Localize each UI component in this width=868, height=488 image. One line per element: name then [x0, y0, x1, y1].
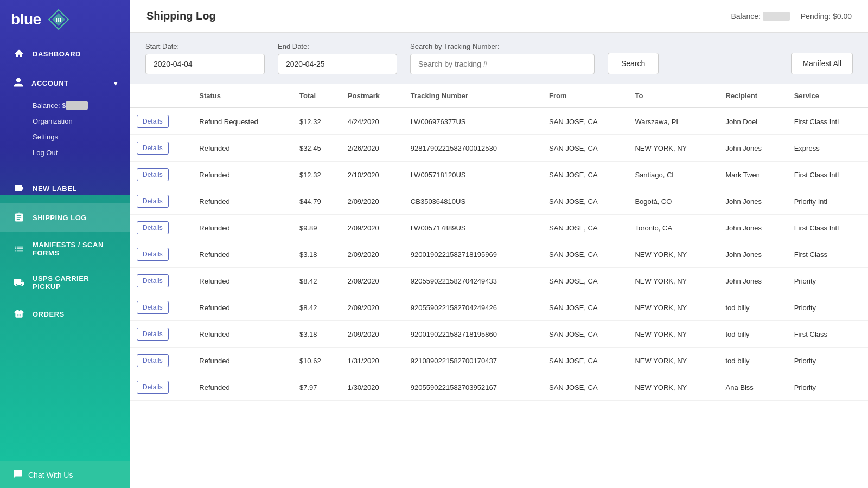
pending-value: $0.00 [833, 12, 852, 21]
sidebar-item-orders[interactable]: ORDERS [0, 299, 130, 329]
row-to: NEW YORK, NY [628, 268, 719, 294]
manifest-all-button[interactable]: Manifest All [791, 53, 853, 74]
search-input[interactable] [410, 54, 595, 74]
main-content: Shipping Log Balance: ██.██ Pending: $0.… [130, 0, 868, 488]
row-recipient: John Jones [719, 268, 788, 294]
row-service: First Class [788, 241, 868, 268]
row-total: $3.18 [293, 321, 341, 348]
row-action: Details [130, 215, 193, 241]
sidebar-item-usps-pickup[interactable]: USPS CARRIER PICKUP [0, 266, 130, 299]
row-postmark: 2/10/2020 [341, 162, 404, 188]
details-button[interactable]: Details [137, 142, 169, 155]
table-row: Details Refunded $3.18 2/09/2020 9200190… [130, 321, 868, 348]
row-recipient: Ana Biss [719, 374, 788, 401]
table-row: Details Refunded $3.18 2/09/2020 9200190… [130, 241, 868, 268]
details-button[interactable]: Details [137, 354, 169, 367]
row-service: Priority [788, 348, 868, 374]
row-tracking: LW006976377US [404, 108, 542, 135]
details-button[interactable]: Details [137, 301, 169, 314]
col-status: Status [193, 84, 293, 108]
header-balance: Balance: ██.██ Pending: $0.00 [731, 12, 852, 21]
gift-icon [13, 308, 25, 320]
table-row: Details Refunded $7.97 1/30/2020 9205590… [130, 374, 868, 401]
page-header: Shipping Log Balance: ██.██ Pending: $0.… [130, 0, 868, 33]
row-to: NEW YORK, NY [628, 135, 719, 162]
row-status: Refunded [193, 241, 293, 268]
end-date-input[interactable] [278, 54, 397, 74]
row-recipient: Mark Twen [719, 162, 788, 188]
row-service: First Class Intl [788, 162, 868, 188]
row-total: $8.42 [293, 268, 341, 294]
details-button[interactable]: Details [137, 328, 169, 341]
row-postmark: 1/30/2020 [341, 374, 404, 401]
sidebar-logo: blue IB [0, 0, 130, 39]
row-total: $10.62 [293, 348, 341, 374]
nav-divider [13, 169, 117, 169]
row-service: First Class Intl [788, 215, 868, 241]
table-row: Details Refunded $10.62 1/31/2020 921089… [130, 348, 868, 374]
details-button[interactable]: Details [137, 274, 169, 287]
sidebar-item-dashboard[interactable]: DASHBOARD [0, 39, 130, 68]
sidebar-item-account[interactable]: ACCOUNT ▾ [13, 68, 117, 98]
details-button[interactable]: Details [137, 168, 169, 181]
chat-button[interactable]: Chat With Us [0, 461, 130, 488]
row-status: Refunded [193, 162, 293, 188]
sidebar-item-new-label[interactable]: NEW LABEL [0, 174, 130, 203]
row-tracking: 9200190221582718195969 [404, 241, 542, 268]
row-total: $7.97 [293, 374, 341, 401]
account-logout[interactable]: Log Out [33, 145, 117, 160]
row-service: Priority [788, 268, 868, 294]
page-title: Shipping Log [146, 10, 216, 22]
row-service: First Class Intl [788, 108, 868, 135]
table-row: Details Refunded $32.45 2/26/2020 928179… [130, 135, 868, 162]
row-service: Express [788, 135, 868, 162]
row-action: Details [130, 294, 193, 321]
row-service: First Class [788, 321, 868, 348]
row-recipient: tod billy [719, 348, 788, 374]
search-button[interactable]: Search [608, 53, 659, 74]
logo-icon: IB [48, 9, 69, 30]
home-icon [13, 48, 25, 60]
row-from: SAN JOSE, CA [542, 241, 628, 268]
clipboard-icon [13, 211, 25, 223]
account-balance[interactable]: Balance: $██.██ [33, 98, 117, 113]
details-button[interactable]: Details [137, 115, 169, 128]
row-postmark: 2/09/2020 [341, 215, 404, 241]
search-group: Search by Tracking Number: [410, 42, 595, 74]
table-row: Details Refunded $44.79 2/09/2020 CB3503… [130, 188, 868, 215]
row-service: Priority [788, 294, 868, 321]
row-action: Details [130, 108, 193, 135]
account-submenu: Balance: $██.██ Organization Settings Lo… [13, 98, 117, 160]
row-postmark: 2/26/2020 [341, 135, 404, 162]
row-postmark: 1/31/2020 [341, 348, 404, 374]
account-settings[interactable]: Settings [33, 130, 117, 144]
row-from: SAN JOSE, CA [542, 215, 628, 241]
row-postmark: 2/09/2020 [341, 188, 404, 215]
sidebar-item-manifests[interactable]: MANIFESTS / SCAN FORMS [0, 232, 130, 266]
end-date-group: End Date: [278, 42, 397, 74]
details-button[interactable]: Details [137, 381, 169, 394]
details-button[interactable]: Details [137, 248, 169, 261]
row-tracking: 9210890221582700170437 [404, 348, 542, 374]
shipping-log-table: Status Total Postmark Tracking Number Fr… [130, 84, 868, 401]
row-recipient: John Jones [719, 215, 788, 241]
balance-value: ██.██ [763, 12, 790, 21]
details-button[interactable]: Details [137, 195, 169, 208]
sidebar: blue IB DASHBOARD ACCO [0, 0, 130, 488]
account-organization[interactable]: Organization [33, 114, 117, 129]
row-to: Santiago, CL [628, 162, 719, 188]
shipping-log-table-container: Status Total Postmark Tracking Number Fr… [130, 84, 868, 488]
sidebar-nav: DASHBOARD ACCOUNT ▾ Balance: $██.██ Orga… [0, 39, 130, 461]
row-tracking: 9205590221582704249426 [404, 294, 542, 321]
row-postmark: 4/24/2020 [341, 108, 404, 135]
row-from: SAN JOSE, CA [542, 188, 628, 215]
table-row: Details Refunded $8.42 2/09/2020 9205590… [130, 294, 868, 321]
start-date-group: Start Date: [145, 42, 265, 74]
row-to: NEW YORK, NY [628, 348, 719, 374]
row-from: SAN JOSE, CA [542, 108, 628, 135]
row-tracking: 9205590221582704249433 [404, 268, 542, 294]
details-button[interactable]: Details [137, 221, 169, 234]
row-status: Refunded [193, 348, 293, 374]
start-date-input[interactable] [145, 54, 265, 74]
sidebar-item-shipping-log[interactable]: SHIPPING LOG [0, 203, 130, 232]
